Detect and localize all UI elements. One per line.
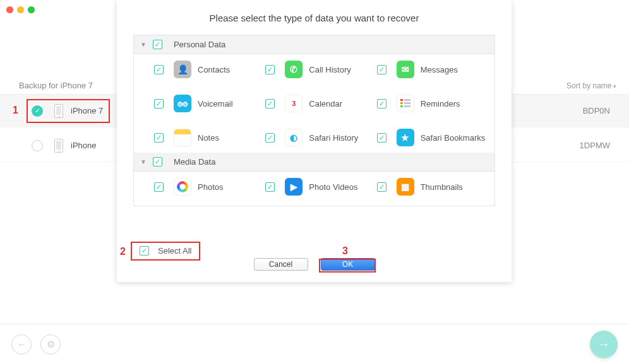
data-type-list: ▼ Personal Data 👤Contacts ✆Call History … bbox=[133, 35, 495, 206]
item-calendar[interactable]: 3Calendar bbox=[265, 95, 376, 112]
item-label: Photo Videos bbox=[309, 182, 357, 192]
item-call-history[interactable]: ✆Call History bbox=[265, 61, 376, 78]
modal-title: Please select the type of data you want … bbox=[117, 0, 512, 35]
group-personal-data[interactable]: ▼ Personal Data bbox=[134, 35, 494, 54]
item-messages[interactable]: ✉Messages bbox=[377, 61, 488, 78]
message-icon: ✉ bbox=[397, 61, 414, 78]
item-label: Calendar bbox=[309, 99, 342, 109]
sort-by-name[interactable]: Sort by name bbox=[566, 81, 616, 90]
device-name: iPhone bbox=[71, 141, 96, 150]
media-data-grid: Photos ▶Photo Videos ▦Thumbnails bbox=[134, 172, 494, 206]
item-voicemail[interactable]: ⌾⌾Voicemail bbox=[154, 95, 265, 112]
item-notes[interactable]: Notes bbox=[154, 129, 265, 146]
photo-videos-icon: ▶ bbox=[285, 178, 303, 196]
checkbox[interactable] bbox=[377, 99, 386, 109]
annotation-2-box bbox=[131, 242, 200, 261]
minimize-icon[interactable] bbox=[17, 6, 24, 13]
device-unselected-icon: ✓ bbox=[32, 140, 43, 151]
checkbox[interactable] bbox=[265, 133, 275, 143]
checkbox[interactable] bbox=[153, 40, 162, 49]
checkbox[interactable] bbox=[154, 182, 164, 192]
device-serial: 1DPMW bbox=[580, 141, 610, 150]
checkbox[interactable] bbox=[265, 65, 275, 74]
checkbox[interactable] bbox=[377, 182, 386, 192]
group-label: Media Data bbox=[174, 157, 215, 167]
checkbox[interactable] bbox=[265, 99, 275, 109]
next-button[interactable]: → bbox=[590, 331, 618, 358]
notes-icon bbox=[174, 129, 191, 146]
group-label: Personal Data bbox=[174, 40, 225, 49]
item-label: Photos bbox=[198, 182, 223, 192]
contacts-icon: 👤 bbox=[174, 61, 191, 78]
recover-modal: Please select the type of data you want … bbox=[117, 0, 512, 282]
cancel-button[interactable]: Cancel bbox=[254, 258, 308, 271]
checkbox[interactable] bbox=[154, 133, 164, 143]
thumbnails-icon: ▦ bbox=[397, 178, 414, 196]
photos-icon bbox=[174, 178, 191, 196]
reminders-icon bbox=[397, 95, 414, 112]
item-photos[interactable]: Photos bbox=[154, 178, 265, 196]
back-button[interactable]: ← bbox=[11, 334, 32, 355]
item-label: Contacts bbox=[198, 65, 230, 74]
zoom-icon[interactable] bbox=[28, 6, 35, 13]
checkbox[interactable] bbox=[154, 65, 164, 74]
group-media-data[interactable]: ▼ Media Data bbox=[134, 153, 494, 172]
chevron-down-icon: ▼ bbox=[140, 158, 147, 165]
item-label: Call History bbox=[309, 65, 350, 74]
annotation-1-box bbox=[27, 99, 110, 123]
window-controls bbox=[6, 6, 35, 13]
annotation-3: 3 bbox=[342, 245, 348, 257]
item-label: Reminders bbox=[421, 99, 460, 109]
checkbox[interactable] bbox=[154, 99, 164, 109]
calendar-icon: 3 bbox=[285, 95, 303, 112]
item-label: Thumbnails bbox=[421, 182, 463, 192]
item-label: Safari History bbox=[309, 133, 358, 143]
item-label: Messages bbox=[421, 65, 458, 74]
phone-icon: ✆ bbox=[285, 61, 303, 78]
personal-data-grid: 👤Contacts ✆Call History ✉Messages ⌾⌾Voic… bbox=[134, 54, 494, 153]
annotation-1: 1 bbox=[13, 105, 18, 116]
checkbox[interactable] bbox=[377, 65, 386, 74]
bottom-bar: ← ⚙ → bbox=[0, 324, 629, 364]
safari-history-icon: ◐ bbox=[285, 129, 303, 146]
settings-button[interactable]: ⚙ bbox=[40, 334, 61, 355]
device-serial: BDP0N bbox=[583, 106, 610, 115]
chevron-down-icon: ▼ bbox=[140, 41, 147, 48]
annotation-2: 2 bbox=[120, 246, 126, 257]
item-thumbnails[interactable]: ▦Thumbnails bbox=[377, 178, 488, 196]
backup-title: Backup for iPhone 7 bbox=[19, 81, 93, 90]
close-icon[interactable] bbox=[6, 6, 13, 13]
item-label: Voicemail bbox=[198, 99, 233, 109]
checkbox[interactable] bbox=[265, 182, 275, 192]
item-label: Notes bbox=[198, 133, 219, 143]
item-reminders[interactable]: Reminders bbox=[377, 95, 488, 112]
phone-icon bbox=[54, 139, 63, 153]
item-photo-videos[interactable]: ▶Photo Videos bbox=[265, 178, 376, 196]
item-label: Safari Bookmarks bbox=[421, 133, 486, 143]
annotation-3-box bbox=[319, 259, 376, 273]
item-safari-bookmarks[interactable]: ★Safari Bookmarks bbox=[377, 129, 488, 146]
checkbox[interactable] bbox=[377, 133, 386, 143]
item-safari-history[interactable]: ◐Safari History bbox=[265, 129, 376, 146]
voicemail-icon: ⌾⌾ bbox=[174, 95, 191, 112]
checkbox[interactable] bbox=[153, 157, 162, 167]
item-contacts[interactable]: 👤Contacts bbox=[154, 61, 265, 78]
safari-bookmarks-icon: ★ bbox=[397, 129, 414, 146]
